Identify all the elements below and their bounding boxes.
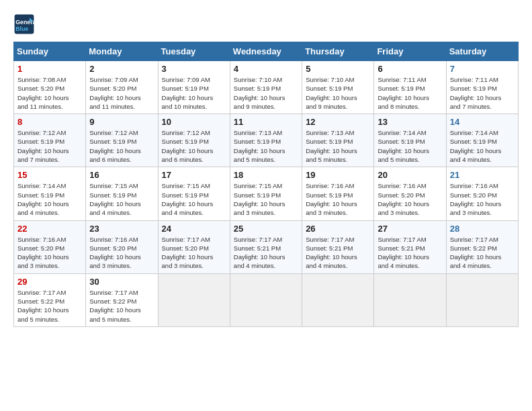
day-info: Sunrise: 7:14 AM Sunset: 5:19 PM Dayligh… bbox=[17, 181, 82, 217]
day-number: 18 bbox=[234, 170, 298, 180]
calendar-cell: 17Sunrise: 7:15 AM Sunset: 5:19 PM Dayli… bbox=[158, 167, 230, 220]
day-info: Sunrise: 7:17 AM Sunset: 5:22 PM Dayligh… bbox=[17, 288, 82, 324]
calendar-cell: 29Sunrise: 7:17 AM Sunset: 5:22 PM Dayli… bbox=[14, 273, 86, 326]
svg-text:Blue: Blue bbox=[15, 26, 28, 32]
day-number: 29 bbox=[17, 277, 82, 287]
column-header-saturday: Saturday bbox=[446, 42, 518, 61]
column-header-thursday: Thursday bbox=[302, 42, 374, 61]
day-number: 16 bbox=[89, 170, 154, 180]
day-number: 6 bbox=[378, 64, 442, 74]
day-info: Sunrise: 7:11 AM Sunset: 5:19 PM Dayligh… bbox=[378, 75, 442, 111]
day-number: 9 bbox=[89, 117, 154, 127]
day-number: 12 bbox=[306, 117, 370, 127]
day-info: Sunrise: 7:13 AM Sunset: 5:19 PM Dayligh… bbox=[234, 128, 298, 164]
day-info: Sunrise: 7:15 AM Sunset: 5:19 PM Dayligh… bbox=[162, 181, 226, 217]
day-number: 15 bbox=[17, 170, 82, 180]
day-number: 22 bbox=[17, 224, 82, 234]
calendar-cell: 22Sunrise: 7:16 AM Sunset: 5:20 PM Dayli… bbox=[14, 220, 86, 273]
day-info: Sunrise: 7:17 AM Sunset: 5:21 PM Dayligh… bbox=[306, 235, 370, 271]
day-number: 17 bbox=[162, 170, 226, 180]
calendar-cell: 12Sunrise: 7:13 AM Sunset: 5:19 PM Dayli… bbox=[302, 114, 374, 167]
calendar-cell: 4Sunrise: 7:10 AM Sunset: 5:19 PM Daylig… bbox=[230, 61, 302, 114]
calendar-cell: 13Sunrise: 7:14 AM Sunset: 5:19 PM Dayli… bbox=[374, 114, 446, 167]
day-number: 30 bbox=[89, 277, 154, 287]
calendar-cell: 10Sunrise: 7:12 AM Sunset: 5:19 PM Dayli… bbox=[158, 114, 230, 167]
day-number: 25 bbox=[234, 224, 298, 234]
calendar-cell: 11Sunrise: 7:13 AM Sunset: 5:19 PM Dayli… bbox=[230, 114, 302, 167]
calendar-cell: 18Sunrise: 7:15 AM Sunset: 5:19 PM Dayli… bbox=[230, 167, 302, 220]
calendar-cell bbox=[158, 273, 230, 326]
day-info: Sunrise: 7:11 AM Sunset: 5:19 PM Dayligh… bbox=[450, 75, 515, 111]
day-info: Sunrise: 7:14 AM Sunset: 5:19 PM Dayligh… bbox=[378, 128, 442, 164]
calendar-cell: 24Sunrise: 7:17 AM Sunset: 5:20 PM Dayli… bbox=[158, 220, 230, 273]
day-number: 20 bbox=[378, 170, 442, 180]
day-number: 23 bbox=[89, 224, 154, 234]
day-info: Sunrise: 7:08 AM Sunset: 5:20 PM Dayligh… bbox=[17, 75, 82, 111]
calendar-cell: 30Sunrise: 7:17 AM Sunset: 5:22 PM Dayli… bbox=[86, 273, 158, 326]
day-number: 11 bbox=[234, 117, 298, 127]
day-number: 10 bbox=[162, 117, 226, 127]
day-info: Sunrise: 7:15 AM Sunset: 5:19 PM Dayligh… bbox=[89, 181, 154, 217]
day-info: Sunrise: 7:10 AM Sunset: 5:19 PM Dayligh… bbox=[234, 75, 298, 111]
calendar-cell: 27Sunrise: 7:17 AM Sunset: 5:21 PM Dayli… bbox=[374, 220, 446, 273]
calendar-cell: 8Sunrise: 7:12 AM Sunset: 5:19 PM Daylig… bbox=[14, 114, 86, 167]
calendar-cell: 23Sunrise: 7:16 AM Sunset: 5:20 PM Dayli… bbox=[86, 220, 158, 273]
calendar-cell bbox=[446, 273, 518, 326]
calendar-week-row: 29Sunrise: 7:17 AM Sunset: 5:22 PM Dayli… bbox=[14, 273, 519, 326]
day-info: Sunrise: 7:17 AM Sunset: 5:20 PM Dayligh… bbox=[162, 235, 226, 271]
calendar-cell: 7Sunrise: 7:11 AM Sunset: 5:19 PM Daylig… bbox=[446, 61, 518, 114]
calendar-table: SundayMondayTuesdayWednesdayThursdayFrid… bbox=[13, 42, 519, 327]
calendar-week-row: 1Sunrise: 7:08 AM Sunset: 5:20 PM Daylig… bbox=[14, 61, 519, 114]
column-header-sunday: Sunday bbox=[14, 42, 86, 61]
day-info: Sunrise: 7:17 AM Sunset: 5:21 PM Dayligh… bbox=[378, 235, 442, 271]
calendar-cell: 21Sunrise: 7:16 AM Sunset: 5:20 PM Dayli… bbox=[446, 167, 518, 220]
calendar-header-row: SundayMondayTuesdayWednesdayThursdayFrid… bbox=[14, 42, 519, 61]
calendar-cell: 28Sunrise: 7:17 AM Sunset: 5:22 PM Dayli… bbox=[446, 220, 518, 273]
day-info: Sunrise: 7:17 AM Sunset: 5:21 PM Dayligh… bbox=[234, 235, 298, 271]
svg-text:General: General bbox=[15, 19, 35, 26]
day-info: Sunrise: 7:12 AM Sunset: 5:19 PM Dayligh… bbox=[89, 128, 154, 164]
day-number: 4 bbox=[234, 64, 298, 74]
day-info: Sunrise: 7:13 AM Sunset: 5:19 PM Dayligh… bbox=[306, 128, 370, 164]
day-info: Sunrise: 7:16 AM Sunset: 5:19 PM Dayligh… bbox=[306, 181, 370, 217]
day-number: 26 bbox=[306, 224, 370, 234]
day-info: Sunrise: 7:09 AM Sunset: 5:20 PM Dayligh… bbox=[89, 75, 154, 111]
column-header-wednesday: Wednesday bbox=[230, 42, 302, 61]
calendar-cell: 16Sunrise: 7:15 AM Sunset: 5:19 PM Dayli… bbox=[86, 167, 158, 220]
calendar-cell: 9Sunrise: 7:12 AM Sunset: 5:19 PM Daylig… bbox=[86, 114, 158, 167]
day-number: 13 bbox=[378, 117, 442, 127]
day-info: Sunrise: 7:16 AM Sunset: 5:20 PM Dayligh… bbox=[89, 235, 154, 271]
column-header-monday: Monday bbox=[86, 42, 158, 61]
calendar-week-row: 22Sunrise: 7:16 AM Sunset: 5:20 PM Dayli… bbox=[14, 220, 519, 273]
day-number: 21 bbox=[450, 170, 515, 180]
calendar-week-row: 8Sunrise: 7:12 AM Sunset: 5:19 PM Daylig… bbox=[14, 114, 519, 167]
day-info: Sunrise: 7:12 AM Sunset: 5:19 PM Dayligh… bbox=[17, 128, 82, 164]
calendar-cell: 19Sunrise: 7:16 AM Sunset: 5:19 PM Dayli… bbox=[302, 167, 374, 220]
calendar-week-row: 15Sunrise: 7:14 AM Sunset: 5:19 PM Dayli… bbox=[14, 167, 519, 220]
calendar-cell bbox=[302, 273, 374, 326]
day-number: 24 bbox=[162, 224, 226, 234]
day-number: 5 bbox=[306, 64, 370, 74]
calendar-cell: 5Sunrise: 7:10 AM Sunset: 5:19 PM Daylig… bbox=[302, 61, 374, 114]
column-header-tuesday: Tuesday bbox=[158, 42, 230, 61]
day-info: Sunrise: 7:10 AM Sunset: 5:19 PM Dayligh… bbox=[306, 75, 370, 111]
day-info: Sunrise: 7:16 AM Sunset: 5:20 PM Dayligh… bbox=[450, 181, 515, 217]
calendar-cell: 14Sunrise: 7:14 AM Sunset: 5:19 PM Dayli… bbox=[446, 114, 518, 167]
day-info: Sunrise: 7:17 AM Sunset: 5:22 PM Dayligh… bbox=[89, 288, 154, 324]
day-info: Sunrise: 7:14 AM Sunset: 5:19 PM Dayligh… bbox=[450, 128, 515, 164]
calendar-cell bbox=[230, 273, 302, 326]
column-header-friday: Friday bbox=[374, 42, 446, 61]
day-info: Sunrise: 7:09 AM Sunset: 5:19 PM Dayligh… bbox=[162, 75, 226, 111]
day-number: 3 bbox=[162, 64, 226, 74]
day-info: Sunrise: 7:16 AM Sunset: 5:20 PM Dayligh… bbox=[17, 235, 82, 271]
calendar-cell bbox=[374, 273, 446, 326]
calendar-cell: 20Sunrise: 7:16 AM Sunset: 5:20 PM Dayli… bbox=[374, 167, 446, 220]
day-info: Sunrise: 7:15 AM Sunset: 5:19 PM Dayligh… bbox=[234, 181, 298, 217]
day-number: 7 bbox=[450, 64, 515, 74]
day-number: 27 bbox=[378, 224, 442, 234]
logo-icon: General Blue bbox=[13, 13, 35, 35]
calendar-cell: 3Sunrise: 7:09 AM Sunset: 5:19 PM Daylig… bbox=[158, 61, 230, 114]
calendar-cell: 26Sunrise: 7:17 AM Sunset: 5:21 PM Dayli… bbox=[302, 220, 374, 273]
calendar-cell: 6Sunrise: 7:11 AM Sunset: 5:19 PM Daylig… bbox=[374, 61, 446, 114]
day-number: 2 bbox=[89, 64, 154, 74]
